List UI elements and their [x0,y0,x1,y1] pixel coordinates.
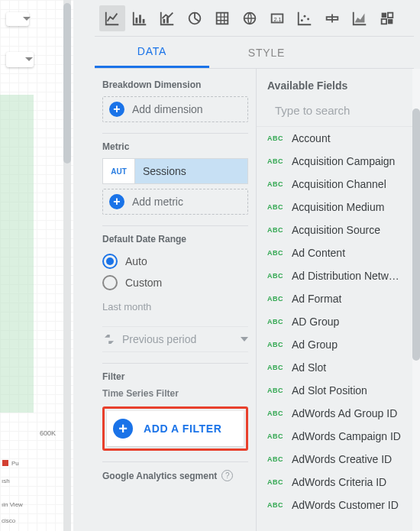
plus-icon: + [109,102,124,117]
field-type-abc-icon: ABC [267,387,284,394]
metric-label: Sessions [135,165,186,177]
combo-chart-icon [159,10,176,27]
field-row[interactable]: ABCAD Group [257,310,414,333]
field-row[interactable]: ABCAd Content [257,241,414,264]
field-name: AD Group [292,316,339,328]
svg-text:2.1: 2.1 [273,15,281,22]
properties-panel: Breakdown Dimension + Add dimension Metr… [95,69,257,531]
svg-rect-16 [388,12,393,17]
help-icon[interactable]: ? [221,470,233,481]
chart-type-table-button[interactable] [209,5,235,31]
field-type-abc-icon: ABC [267,134,284,142]
section-breakdown-dimension: Breakdown Dimension [102,79,248,90]
field-row[interactable]: ABCAd Group [257,333,414,356]
canvas-scrollbar-thumb[interactable] [63,3,71,164]
divider [102,225,248,226]
chart-type-pivot-button[interactable] [374,5,400,31]
section-time-series-filter: Time Series Filter [102,388,248,399]
field-row[interactable]: ABCAcquisition Source [257,219,414,241]
field-name: Account [292,132,331,144]
available-fields-panel: Available Fields ABCAccountABCAcquisitio… [257,69,414,531]
section-filter: Filter [102,371,248,382]
field-name: Ad Slot Position [292,384,367,397]
svg-rect-17 [382,18,386,23]
field-row[interactable]: ABCAd Slot Position [257,379,414,402]
field-row[interactable]: ABCAd Format [257,287,414,310]
table-icon [214,10,231,27]
field-name: AdWords Creative ID [292,453,392,465]
legend-swatch-red [2,460,8,466]
chart-type-line-button[interactable] [99,5,125,31]
line-chart-icon [104,10,121,27]
svg-rect-1 [139,15,141,23]
field-row[interactable]: ABCAcquisition Medium [257,196,414,219]
svg-rect-3 [163,18,166,22]
date-range-custom-radio[interactable]: Custom [102,272,248,293]
field-row[interactable]: ABCAdWords Creative ID [257,448,414,471]
legend-text: Pu [11,460,19,467]
chart-type-geo-button[interactable] [237,5,263,31]
add-metric-label: Add metric [132,196,183,208]
scorecard-icon: 2.1 [269,10,286,27]
axis-tick-600k: 600K [40,429,56,437]
chart-type-area-button[interactable] [347,5,373,31]
fields-search-input[interactable] [273,103,420,118]
area-chart-icon [351,10,368,27]
chart-type-bullet-button[interactable] [319,5,345,31]
legend-text: ısh [2,478,10,484]
date-range-auto-radio[interactable]: Auto [102,251,248,272]
chart-type-scorecard-button[interactable]: 2.1 [264,5,290,31]
section-default-date-range: Default Date Range [102,234,248,244]
chevron-down-icon [25,57,33,61]
field-row[interactable]: ABCAccount [257,127,414,150]
chart-type-combo-button[interactable] [154,5,180,31]
section-metric: Metric [102,141,248,152]
field-name: Acquisition Channel [292,178,386,190]
field-row[interactable]: ABCAdWords Customer ID [257,494,414,516]
svg-rect-0 [136,18,138,23]
chart-type-bar-button[interactable] [127,5,153,31]
field-type-abc-icon: ABC [267,501,284,509]
field-name: AdWords Criteria ID [292,476,386,488]
add-filter-label: ADD A FILTER [144,423,221,435]
property-tabs: DATA STYLE [95,37,414,69]
svg-rect-2 [143,18,145,22]
add-dimension-label: Add dimension [132,103,203,115]
compare-arrows-icon [102,332,116,346]
chart-type-scatter-button[interactable] [292,5,318,31]
field-type-abc-icon: ABC [267,157,284,165]
metric-chip-sessions[interactable]: AUT Sessions [102,158,248,184]
field-row[interactable]: ABCAdWords Campaign ID [257,425,414,448]
field-row[interactable]: ABCAdWords Criteria ID [257,471,414,494]
pie-chart-icon [186,10,203,27]
field-row[interactable]: ABCAd Slot [257,356,414,379]
add-filter-button[interactable]: + ADD A FILTER [107,411,244,446]
svg-rect-6 [217,12,228,24]
field-row[interactable]: ABCAcquisition Campaign [257,150,414,173]
field-name: Ad Group [292,338,338,351]
field-type-abc-icon: ABC [267,410,284,417]
field-type-abc-icon: ABC [267,478,284,486]
field-row[interactable]: ABCAd Distribution Netw… [257,264,414,287]
tab-data[interactable]: DATA [95,37,209,68]
editor-scrollbar-track [412,69,420,531]
svg-rect-18 [388,18,393,23]
chart-type-pie-button[interactable] [182,5,208,31]
field-row[interactable]: ABCAcquisition Channel [257,173,414,196]
date-range-summary: Last month [102,301,248,312]
editor-scrollbar-thumb[interactable] [412,108,420,361]
field-type-abc-icon: ABC [267,455,284,463]
plus-icon: + [113,419,133,439]
comparison-period-dropdown[interactable]: Previous period [102,326,248,352]
tab-style[interactable]: STYLE [209,37,324,68]
chart-type-toolbar: 2.1 [95,0,414,37]
field-name: AdWords Campaign ID [292,430,401,442]
field-row[interactable]: ABCAdWords Ad Group ID [257,402,414,425]
fields-search-row [257,99,414,127]
plus-icon: + [109,194,124,209]
field-name: Acquisition Campaign [292,155,395,167]
field-name: AdWords Customer ID [292,499,399,511]
add-metric-button[interactable]: + Add metric [102,189,248,215]
add-dimension-button[interactable]: + Add dimension [102,96,248,122]
legend-text: ıin View [2,501,23,508]
